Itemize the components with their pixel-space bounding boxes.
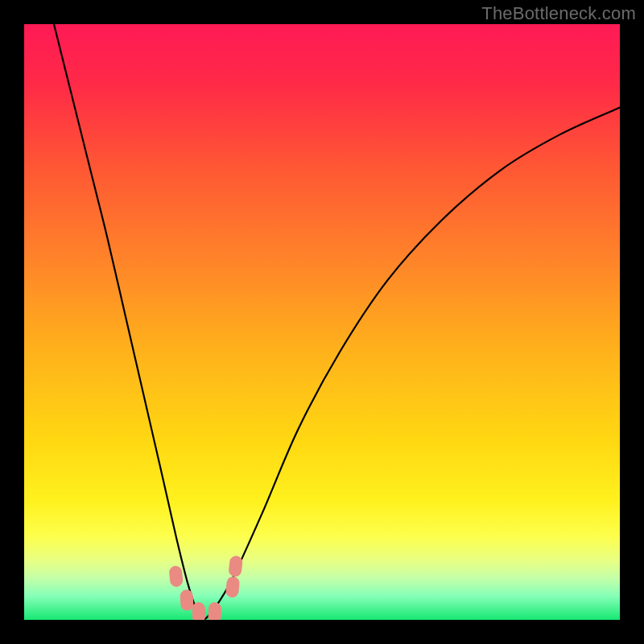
chart-frame: TheBottleneck.com xyxy=(0,0,644,644)
bottleneck-curve xyxy=(54,24,620,620)
curve-layer xyxy=(24,24,620,620)
marker xyxy=(225,576,241,599)
plot-area xyxy=(24,24,620,620)
marker xyxy=(169,565,184,587)
marker xyxy=(180,589,193,611)
marker xyxy=(192,602,205,620)
marker xyxy=(228,555,243,578)
marker xyxy=(208,602,221,620)
curve-markers xyxy=(169,555,244,620)
watermark-text: TheBottleneck.com xyxy=(481,3,636,24)
